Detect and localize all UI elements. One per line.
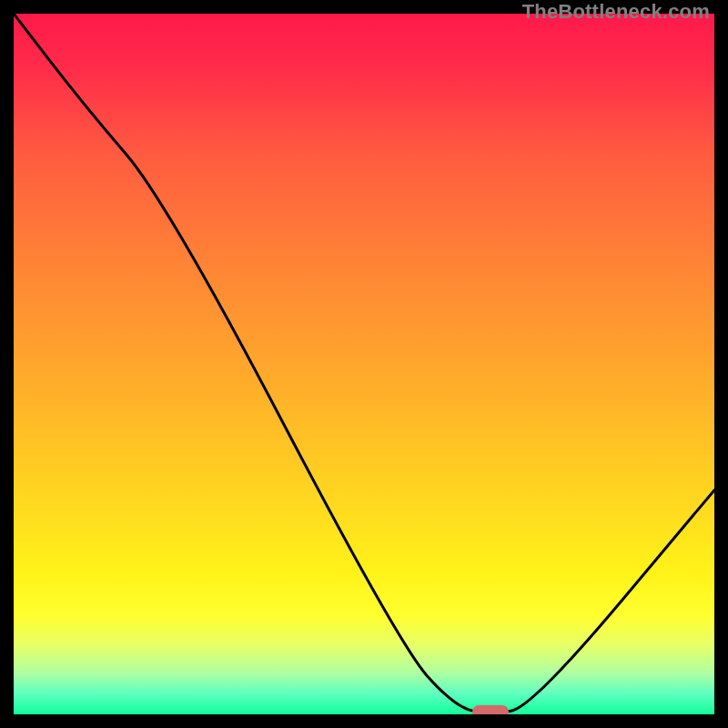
chart-stage: TheBottleneck.com xyxy=(0,0,728,728)
watermark-text: TheBottleneck.com xyxy=(522,0,710,24)
plot-frame xyxy=(0,0,728,728)
